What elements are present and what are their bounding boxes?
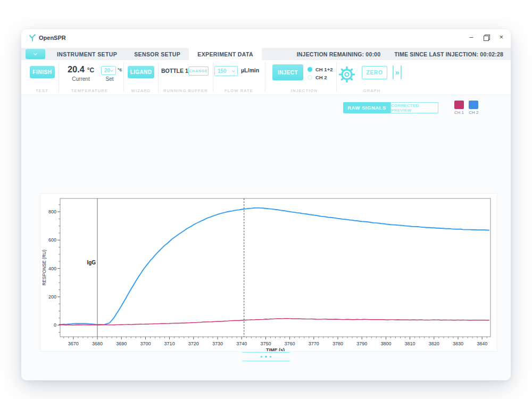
x-tick-label: 3670: [68, 341, 79, 346]
event-label: IgG: [87, 260, 96, 265]
toolbar-divider: [158, 62, 159, 92]
restore-window-button[interactable]: [484, 36, 488, 40]
chevron-down-icon: [34, 52, 37, 55]
group-label-test: TEST: [26, 88, 59, 93]
title-bar: OpenSPR – ×: [21, 29, 511, 46]
x-axis: 3670368036903700371037203730374037503760…: [64, 337, 487, 351]
graph-settings-button[interactable]: [336, 64, 358, 85]
tab-sensor-setup[interactable]: SENSOR SETUP: [126, 48, 189, 60]
radio-unselected-icon: [307, 75, 312, 80]
x-tick-label: 3730: [212, 341, 223, 346]
x-tick-label: 3700: [140, 341, 151, 346]
x-tick-label: 3710: [164, 341, 175, 346]
x-tick-label: 3740: [236, 341, 247, 346]
channel-radio-ch1-2[interactable]: CH 1+2: [307, 66, 332, 72]
legend-ch1: CH 1: [454, 101, 464, 115]
channel-radio-ch2[interactable]: CH 2: [307, 74, 327, 80]
expand-drawer-handle[interactable]: [242, 352, 290, 361]
temperature-set-unit: °c: [118, 67, 122, 72]
group-label-graph: GRAPH: [340, 88, 403, 93]
x-tick-label: 3820: [429, 341, 439, 346]
chevron-down-icon: [110, 69, 113, 72]
x-tick-label: 3840: [477, 341, 487, 346]
y-axis-title: RESPONSE (RU): [41, 250, 47, 286]
x-tick-label: 3750: [260, 341, 271, 346]
x-tick-label: 3690: [116, 341, 127, 346]
dot-icon: [261, 356, 263, 358]
y-tick-label: 600: [48, 237, 56, 243]
legend-ch2: CH 2: [469, 101, 478, 115]
toolbar-divider: [213, 62, 213, 92]
temperature-set-dropdown[interactable]: 20: [101, 66, 116, 75]
group-label-running-buffer: RUNNING BUFFER: [160, 88, 212, 93]
group-label-injection: INJECTION: [272, 88, 336, 93]
tab-bar: INSTRUMENT SETUP SENSOR SETUP EXPERIMENT…: [21, 48, 511, 60]
toolbar-divider: [123, 62, 124, 92]
temperature-current-label: Current: [62, 76, 100, 82]
x-tick-label: 3810: [405, 341, 415, 346]
tab-menu-dropdown[interactable]: [26, 49, 45, 59]
toolbar-divider: [265, 62, 265, 92]
temperature-current-value: 20.4 °C: [62, 64, 100, 74]
dot-icon: [265, 356, 267, 358]
flow-rate-dropdown[interactable]: 150: [214, 66, 238, 76]
tab-experiment-data[interactable]: EXPERIMENT DATA: [189, 48, 262, 60]
inject-button[interactable]: INJECT: [272, 64, 303, 80]
temperature-set-label: Set: [99, 76, 120, 82]
ch1-color-swatch: [454, 101, 464, 109]
x-tick-label: 3720: [188, 341, 199, 346]
change-buffer-button[interactable]: CHANGE: [188, 66, 209, 76]
y-tick-label: 800: [48, 209, 56, 214]
x-tick-label: 3760: [285, 341, 295, 346]
app-window: OpenSPR – × INSTRUMENT SETUP SENSOR SETU…: [21, 29, 511, 380]
radio-selected-icon: [307, 67, 312, 72]
y-tick-label: 0: [54, 322, 56, 328]
x-tick-label: 3790: [356, 341, 367, 346]
finish-button[interactable]: FINISH: [30, 66, 55, 78]
gear-icon: [336, 64, 358, 85]
x-tick-label: 3770: [309, 341, 319, 346]
ch2-color-swatch: [469, 101, 478, 109]
dot-icon: [270, 356, 272, 358]
y-tick-label: 400: [48, 266, 56, 271]
ligand-wizard-button[interactable]: LIGAND: [128, 66, 154, 78]
x-tick-label: 3800: [380, 341, 391, 346]
toolbar: FINISH TEST 20.4 °C Current 20 °c Set TE…: [21, 60, 511, 95]
channel-legend: CH 1 CH 2: [454, 101, 479, 115]
plot-border: [60, 198, 491, 337]
sensorgram-chart: 3670368036903700371037203730374037503760…: [40, 194, 497, 351]
group-label-flow-rate: FLOW RATE: [214, 88, 263, 93]
corrected-preview-button[interactable]: CORRECTED PREVIEW: [390, 102, 438, 113]
close-button[interactable]: ×: [499, 34, 503, 41]
time-since-last-injection-status: TIME SINCE LAST INJECTION: 00:02:28: [394, 51, 503, 57]
flow-rate-unit: µL/min: [241, 67, 259, 73]
injection-remaining-status: INJECTION REMAINING: 00:00: [297, 51, 380, 57]
double-chevron-right-icon: »: [395, 69, 400, 76]
minimize-button[interactable]: –: [469, 34, 473, 41]
raw-signals-button[interactable]: RAW SIGNALS: [343, 102, 390, 113]
tab-instrument-setup[interactable]: INSTRUMENT SETUP: [48, 48, 126, 60]
toolbar-divider: [59, 62, 59, 92]
signal-view-toggle: RAW SIGNALS CORRECTED PREVIEW: [343, 102, 438, 113]
chevron-down-icon: [232, 69, 235, 72]
expand-panel-button[interactable]: »: [393, 65, 402, 79]
sensorgram-chart-card: 3670368036903700371037203730374037503760…: [40, 193, 497, 352]
group-label-temperature: TEMPERATURE: [62, 88, 118, 93]
x-tick-label: 3780: [332, 341, 343, 346]
x-tick-label: 3830: [453, 341, 463, 346]
openspr-logo-icon: [29, 34, 36, 41]
app-title: OpenSPR: [39, 35, 66, 41]
y-axis: 0200400600800RESPONSE (RU): [41, 205, 60, 332]
running-buffer-value: BOTTLE 1: [161, 68, 188, 74]
y-tick-label: 200: [48, 294, 56, 300]
group-label-wizard: WIZARD: [128, 88, 154, 93]
zero-button[interactable]: ZERO: [362, 66, 387, 79]
experiment-data-panel: RAW SIGNALS CORRECTED PREVIEW CH 1 CH 2 …: [21, 95, 511, 380]
x-tick-label: 3680: [92, 341, 103, 346]
x-axis-title: TIME (s): [266, 347, 285, 351]
